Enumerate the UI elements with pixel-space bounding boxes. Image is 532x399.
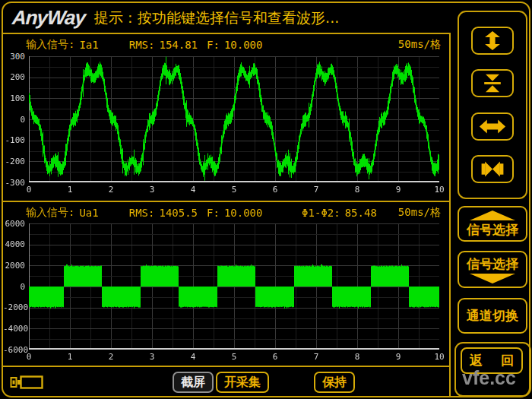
triangle-up-icon: [467, 210, 518, 221]
y-tick-label: -100: [3, 135, 25, 145]
y-tick-label: -200: [3, 157, 25, 166]
waveform-canvas-ua1: [29, 223, 439, 350]
signal-select-down-button[interactable]: 信号选择: [458, 251, 527, 288]
x-tick-label: 10: [432, 185, 446, 195]
freq-label: F:: [207, 207, 220, 219]
panel-header-ia1: 输入信号: Ia1 RMS: 154.81 F: 10.000 50ms/格: [26, 37, 441, 52]
x-tick-label: 5: [227, 185, 241, 195]
signal-select-up-button[interactable]: 信号选择: [458, 206, 527, 242]
y-tick-label: 100: [3, 93, 25, 103]
x-tick-label: 1: [63, 352, 77, 362]
x-tick-label: 3: [145, 185, 159, 195]
channel-switch-button[interactable]: 通道切换: [458, 298, 527, 334]
signal-value: Ua1: [79, 207, 98, 219]
signal-value: Ia1: [79, 39, 98, 51]
screenshot-button[interactable]: 截屏: [173, 372, 214, 393]
phase-value: 85.48: [345, 207, 377, 219]
y-tick-label: 0: [3, 282, 25, 292]
timebase: 50ms/格: [398, 206, 441, 220]
scale-button-group: [458, 11, 527, 199]
start-acquire-button[interactable]: 开采集: [216, 372, 269, 393]
x-tick-label: 8: [350, 352, 364, 362]
x-tick-label: 9: [391, 185, 405, 195]
waveform-canvas-ia1: [29, 56, 439, 182]
x-tick-label: 9: [391, 352, 405, 362]
signal-label: 输入信号:: [26, 206, 74, 220]
y-tick-label: 4000: [3, 239, 25, 249]
rms-value: 154.81: [159, 39, 198, 51]
x-tick-label: 4: [186, 352, 200, 362]
x-tick-label: 3: [145, 352, 159, 362]
x-tick-label: 6: [268, 185, 282, 195]
x-tick-label: 1: [63, 185, 77, 195]
y-tick-label: 200: [3, 72, 25, 82]
x-tick-label: 8: [350, 185, 364, 195]
x-tick-label: 10: [432, 352, 446, 362]
brand-logo: AnyWay: [11, 6, 86, 30]
x-tick-label: 7: [309, 352, 323, 362]
timebase: 50ms/格: [398, 38, 441, 52]
x-tick-label: 2: [104, 185, 118, 195]
y-tick-label: 6000: [3, 219, 25, 229]
panel-header-ua1: 输入信号: Ua1 RMS: 1405.5 F: 10.000 Φ1-Φ2: 8…: [26, 205, 441, 220]
rms-value: 1405.5: [159, 207, 198, 219]
x-tick-label: 0: [22, 185, 36, 195]
horizontal-expand-button[interactable]: [471, 112, 514, 141]
y-tick-label: 0: [3, 115, 25, 125]
triangle-down-icon: [467, 273, 518, 284]
x-tick-label: 6: [268, 352, 282, 362]
x-tick-label: 5: [227, 352, 241, 362]
horizontal-expand-icon: [478, 116, 507, 137]
signal-select-down-label: 信号选择: [467, 255, 518, 273]
hold-button[interactable]: 保持: [314, 372, 355, 393]
freq-label: F:: [207, 39, 220, 51]
start-acquire-label: 开采集: [224, 375, 261, 391]
y-tick-label: -2000: [3, 302, 25, 312]
x-tick-label: 4: [186, 185, 200, 195]
rms-label: RMS:: [129, 207, 155, 219]
battery-icon: [10, 374, 45, 391]
vertical-expand-button[interactable]: [471, 27, 514, 55]
waveform-panel-ua1: 输入信号: Ua1 RMS: 1405.5 F: 10.000 Φ1-Φ2: 8…: [3, 203, 450, 369]
vertical-compress-icon: [478, 73, 507, 93]
x-tick-label: 0: [22, 352, 36, 362]
phase-label: Φ1-Φ2:: [302, 207, 340, 219]
horizontal-compress-button[interactable]: [471, 155, 514, 183]
watermark: vfe.cc: [462, 367, 516, 389]
x-tick-label: 7: [309, 185, 323, 195]
screenshot-label: 截屏: [181, 375, 205, 391]
y-tick-label: 300: [3, 52, 25, 62]
status-hint: 提示：按功能键选择信号和查看波形...: [94, 8, 339, 28]
vertical-expand-icon: [478, 30, 507, 51]
device-screen: AnyWay 提示：按功能键选择信号和查看波形... 输入信号: Ia1 RMS…: [0, 0, 532, 399]
y-tick-label: -4000: [3, 324, 25, 334]
vertical-compress-button[interactable]: [471, 69, 514, 97]
y-tick-label: 2000: [3, 261, 25, 271]
hold-label: 保持: [322, 375, 347, 391]
signal-select-up-label: 信号选择: [467, 221, 518, 239]
title-bar: AnyWay 提示：按功能键选择信号和查看波形...: [3, 3, 449, 34]
horizontal-compress-icon: [478, 159, 507, 179]
freq-value: 10.000: [224, 207, 263, 219]
signal-label: 输入信号:: [26, 38, 74, 52]
rms-label: RMS:: [129, 39, 155, 51]
freq-value: 10.000: [224, 39, 263, 51]
x-tick-label: 2: [104, 352, 118, 362]
channel-switch-label: 通道切换: [467, 307, 518, 325]
waveform-panel-ia1: 输入信号: Ia1 RMS: 154.81 F: 10.000 50ms/格 3…: [3, 35, 450, 201]
